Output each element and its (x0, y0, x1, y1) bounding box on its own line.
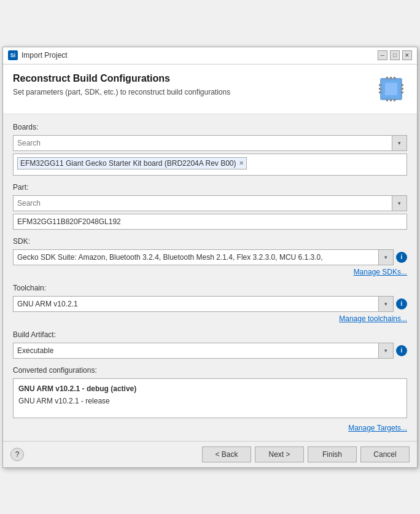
part-field-group: Part: ▾ EFM32GG11B820F2048GL192 (13, 183, 407, 230)
header-text: Reconstruct Build Configurations Set par… (13, 73, 230, 96)
sdk-field-group: SDK: Gecko SDK Suite: Amazon, Bluetooth … (13, 237, 407, 276)
sdk-label: SDK: (13, 237, 407, 246)
main-window: Si Import Project ─ □ ✕ Reconstruct Buil… (2, 47, 418, 468)
finish-button[interactable]: Finish (308, 446, 357, 462)
build-artifact-dropdown-button[interactable]: ▾ (378, 343, 393, 358)
build-artifact-row: Executable ▾ i (13, 343, 407, 359)
sdk-dropdown[interactable]: Gecko SDK Suite: Amazon, Bluetooth 3.2.4… (13, 249, 394, 265)
boards-selected-tag: EFM32GG11 Giant Gecko Starter Kit board … (17, 157, 247, 169)
svg-rect-2 (385, 83, 397, 95)
boards-tag-close[interactable]: ✕ (239, 160, 244, 166)
build-artifact-dropdown[interactable]: Executable ▾ (13, 343, 394, 359)
footer-buttons: < Back Next > Finish Cancel (202, 446, 410, 462)
title-bar: Si Import Project ─ □ ✕ (3, 47, 417, 64)
toolchain-info-button[interactable]: i (396, 298, 407, 310)
footer: ? < Back Next > Finish Cancel (3, 441, 417, 467)
svg-rect-4 (379, 88, 381, 90)
close-button[interactable]: ✕ (402, 50, 412, 60)
svg-rect-7 (401, 88, 403, 90)
converted-configs-label: Converted configurations: (13, 366, 407, 375)
part-search-row[interactable]: ▾ (13, 195, 407, 211)
build-artifact-label: Build Artifact: (13, 330, 407, 339)
part-value: EFM32GG11B820F2048GL192 (13, 214, 407, 230)
minimize-button[interactable]: ─ (378, 50, 387, 60)
part-label: Part: (13, 183, 407, 192)
manage-toolchains-link[interactable]: Manage toolchains... (13, 314, 407, 323)
boards-search-input[interactable] (14, 138, 392, 149)
sdk-info-button[interactable]: i (396, 252, 407, 263)
back-button[interactable]: < Back (202, 446, 251, 462)
boards-field-group: Boards: ▾ EFM32GG11 Giant Gecko Starter … (13, 123, 407, 176)
page-title: Reconstruct Build Configurations (13, 73, 230, 84)
app-icon: Si (8, 50, 18, 60)
toolchain-dropdown-button[interactable]: ▾ (378, 297, 393, 311)
toolchain-dropdown[interactable]: GNU ARM v10.2.1 ▾ (13, 296, 394, 312)
page-subtitle: Set parameters (part, SDK, etc.) to reco… (13, 88, 230, 96)
title-bar-left: Si Import Project (8, 50, 68, 60)
svg-rect-8 (401, 92, 403, 93)
build-artifact-info-button[interactable]: i (396, 345, 407, 356)
build-artifact-field-group: Build Artifact: Executable ▾ i (13, 330, 407, 359)
cancel-button[interactable]: Cancel (360, 446, 410, 462)
part-dropdown-button[interactable]: ▾ (392, 196, 406, 211)
svg-rect-10 (390, 77, 392, 79)
maximize-button[interactable]: □ (390, 50, 400, 60)
toolchain-row: GNU ARM v10.2.1 ▾ i (13, 296, 407, 312)
header-icon (375, 73, 407, 105)
toolchain-field-group: Toolchain: GNU ARM v10.2.1 ▾ i Manage to… (13, 284, 407, 323)
boards-tag-container: EFM32GG11 Giant Gecko Starter Kit board … (13, 154, 407, 176)
svg-rect-12 (386, 99, 388, 101)
config-item-0: GNU ARM v10.2.1 - debug (active) (18, 383, 402, 395)
footer-left: ? (10, 448, 24, 461)
toolchain-value: GNU ARM v10.2.1 (14, 298, 378, 310)
configs-box: GNU ARM v10.2.1 - debug (active) GNU ARM… (13, 378, 407, 418)
content-area: Boards: ▾ EFM32GG11 Giant Gecko Starter … (3, 114, 417, 441)
header-section: Reconstruct Build Configurations Set par… (3, 64, 417, 114)
help-button[interactable]: ? (10, 448, 24, 461)
svg-rect-5 (379, 92, 381, 93)
converted-configs-field-group: Converted configurations: GNU ARM v10.2.… (13, 366, 407, 432)
svg-rect-14 (394, 99, 395, 101)
boards-label: Boards: (13, 123, 407, 131)
boards-dropdown-button[interactable]: ▾ (392, 136, 406, 150)
svg-rect-3 (379, 84, 381, 86)
svg-rect-6 (401, 84, 403, 86)
svg-rect-9 (386, 77, 388, 79)
sdk-dropdown-button[interactable]: ▾ (378, 250, 393, 265)
title-bar-controls: ─ □ ✕ (378, 50, 412, 60)
part-search-input[interactable] (14, 198, 392, 209)
sdk-row: Gecko SDK Suite: Amazon, Bluetooth 3.2.4… (13, 249, 407, 265)
sdk-value: Gecko SDK Suite: Amazon, Bluetooth 3.2.4… (14, 252, 378, 263)
manage-targets-link[interactable]: Manage Targets... (348, 424, 407, 432)
build-artifact-value: Executable (14, 345, 378, 356)
svg-rect-13 (390, 99, 392, 101)
config-item-1: GNU ARM v10.2.1 - release (18, 395, 402, 407)
boards-search-row[interactable]: ▾ (13, 135, 407, 151)
manage-sdks-link[interactable]: Manage SDKs... (13, 268, 407, 276)
next-button[interactable]: Next > (255, 446, 304, 462)
svg-rect-11 (394, 77, 395, 79)
toolchain-label: Toolchain: (13, 284, 407, 292)
window-title: Import Project (21, 51, 68, 60)
